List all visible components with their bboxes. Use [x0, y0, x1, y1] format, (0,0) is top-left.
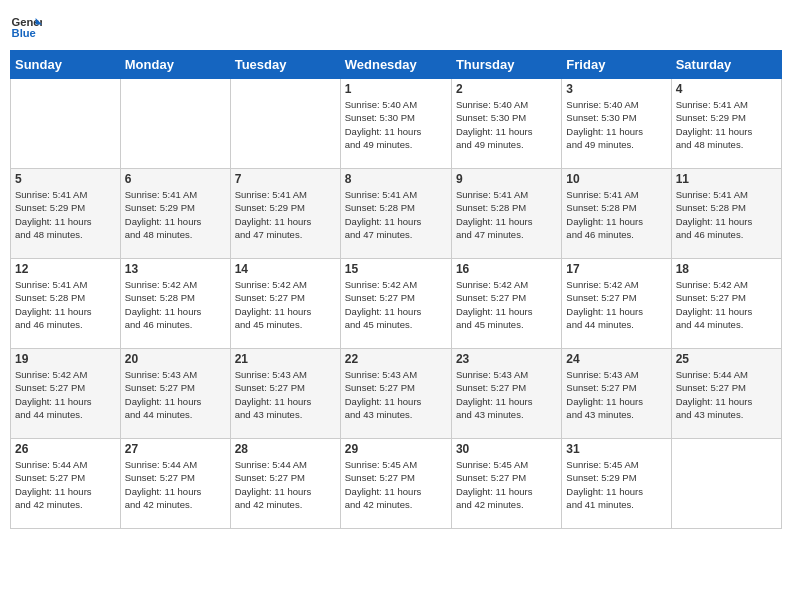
day-number: 3 [566, 82, 666, 96]
day-info: Sunrise: 5:43 AM Sunset: 5:27 PM Dayligh… [345, 368, 447, 421]
day-number: 9 [456, 172, 557, 186]
calendar-cell: 3Sunrise: 5:40 AM Sunset: 5:30 PM Daylig… [562, 79, 671, 169]
logo: General Blue [10, 10, 46, 42]
day-number: 8 [345, 172, 447, 186]
calendar-cell: 7Sunrise: 5:41 AM Sunset: 5:29 PM Daylig… [230, 169, 340, 259]
calendar-cell: 11Sunrise: 5:41 AM Sunset: 5:28 PM Dayli… [671, 169, 781, 259]
calendar-cell: 18Sunrise: 5:42 AM Sunset: 5:27 PM Dayli… [671, 259, 781, 349]
day-info: Sunrise: 5:45 AM Sunset: 5:29 PM Dayligh… [566, 458, 666, 511]
day-info: Sunrise: 5:43 AM Sunset: 5:27 PM Dayligh… [125, 368, 226, 421]
calendar-cell: 14Sunrise: 5:42 AM Sunset: 5:27 PM Dayli… [230, 259, 340, 349]
day-info: Sunrise: 5:41 AM Sunset: 5:28 PM Dayligh… [15, 278, 116, 331]
day-info: Sunrise: 5:40 AM Sunset: 5:30 PM Dayligh… [456, 98, 557, 151]
day-info: Sunrise: 5:44 AM Sunset: 5:27 PM Dayligh… [15, 458, 116, 511]
day-info: Sunrise: 5:42 AM Sunset: 5:27 PM Dayligh… [345, 278, 447, 331]
calendar-cell: 22Sunrise: 5:43 AM Sunset: 5:27 PM Dayli… [340, 349, 451, 439]
day-number: 10 [566, 172, 666, 186]
calendar-cell: 26Sunrise: 5:44 AM Sunset: 5:27 PM Dayli… [11, 439, 121, 529]
calendar-cell: 20Sunrise: 5:43 AM Sunset: 5:27 PM Dayli… [120, 349, 230, 439]
day-number: 26 [15, 442, 116, 456]
day-number: 21 [235, 352, 336, 366]
day-number: 17 [566, 262, 666, 276]
day-info: Sunrise: 5:44 AM Sunset: 5:27 PM Dayligh… [235, 458, 336, 511]
day-info: Sunrise: 5:43 AM Sunset: 5:27 PM Dayligh… [235, 368, 336, 421]
day-info: Sunrise: 5:41 AM Sunset: 5:29 PM Dayligh… [15, 188, 116, 241]
day-info: Sunrise: 5:42 AM Sunset: 5:28 PM Dayligh… [125, 278, 226, 331]
calendar-week-row: 1Sunrise: 5:40 AM Sunset: 5:30 PM Daylig… [11, 79, 782, 169]
calendar-cell: 16Sunrise: 5:42 AM Sunset: 5:27 PM Dayli… [451, 259, 561, 349]
day-number: 18 [676, 262, 777, 276]
day-of-week-header: Tuesday [230, 51, 340, 79]
day-info: Sunrise: 5:45 AM Sunset: 5:27 PM Dayligh… [456, 458, 557, 511]
day-info: Sunrise: 5:43 AM Sunset: 5:27 PM Dayligh… [456, 368, 557, 421]
day-number: 12 [15, 262, 116, 276]
days-of-week-row: SundayMondayTuesdayWednesdayThursdayFrid… [11, 51, 782, 79]
calendar-cell: 28Sunrise: 5:44 AM Sunset: 5:27 PM Dayli… [230, 439, 340, 529]
day-of-week-header: Thursday [451, 51, 561, 79]
calendar-week-row: 5Sunrise: 5:41 AM Sunset: 5:29 PM Daylig… [11, 169, 782, 259]
day-number: 27 [125, 442, 226, 456]
day-number: 19 [15, 352, 116, 366]
day-info: Sunrise: 5:44 AM Sunset: 5:27 PM Dayligh… [125, 458, 226, 511]
day-number: 13 [125, 262, 226, 276]
day-of-week-header: Wednesday [340, 51, 451, 79]
day-number: 25 [676, 352, 777, 366]
day-info: Sunrise: 5:41 AM Sunset: 5:29 PM Dayligh… [235, 188, 336, 241]
logo-icon: General Blue [10, 10, 42, 42]
page-header: General Blue [10, 10, 782, 42]
calendar-cell: 15Sunrise: 5:42 AM Sunset: 5:27 PM Dayli… [340, 259, 451, 349]
calendar-cell: 17Sunrise: 5:42 AM Sunset: 5:27 PM Dayli… [562, 259, 671, 349]
day-info: Sunrise: 5:45 AM Sunset: 5:27 PM Dayligh… [345, 458, 447, 511]
calendar-cell: 9Sunrise: 5:41 AM Sunset: 5:28 PM Daylig… [451, 169, 561, 259]
calendar-cell: 5Sunrise: 5:41 AM Sunset: 5:29 PM Daylig… [11, 169, 121, 259]
day-info: Sunrise: 5:41 AM Sunset: 5:29 PM Dayligh… [676, 98, 777, 151]
day-info: Sunrise: 5:41 AM Sunset: 5:28 PM Dayligh… [566, 188, 666, 241]
calendar-cell [671, 439, 781, 529]
calendar-cell: 10Sunrise: 5:41 AM Sunset: 5:28 PM Dayli… [562, 169, 671, 259]
day-info: Sunrise: 5:43 AM Sunset: 5:27 PM Dayligh… [566, 368, 666, 421]
day-number: 29 [345, 442, 447, 456]
day-number: 5 [15, 172, 116, 186]
day-number: 4 [676, 82, 777, 96]
day-info: Sunrise: 5:40 AM Sunset: 5:30 PM Dayligh… [566, 98, 666, 151]
calendar-table: SundayMondayTuesdayWednesdayThursdayFrid… [10, 50, 782, 529]
day-number: 2 [456, 82, 557, 96]
day-info: Sunrise: 5:42 AM Sunset: 5:27 PM Dayligh… [566, 278, 666, 331]
calendar-week-row: 19Sunrise: 5:42 AM Sunset: 5:27 PM Dayli… [11, 349, 782, 439]
day-info: Sunrise: 5:41 AM Sunset: 5:29 PM Dayligh… [125, 188, 226, 241]
day-number: 30 [456, 442, 557, 456]
calendar-cell: 12Sunrise: 5:41 AM Sunset: 5:28 PM Dayli… [11, 259, 121, 349]
day-info: Sunrise: 5:42 AM Sunset: 5:27 PM Dayligh… [676, 278, 777, 331]
day-info: Sunrise: 5:41 AM Sunset: 5:28 PM Dayligh… [456, 188, 557, 241]
day-number: 15 [345, 262, 447, 276]
day-number: 6 [125, 172, 226, 186]
day-of-week-header: Monday [120, 51, 230, 79]
day-info: Sunrise: 5:42 AM Sunset: 5:27 PM Dayligh… [15, 368, 116, 421]
day-info: Sunrise: 5:40 AM Sunset: 5:30 PM Dayligh… [345, 98, 447, 151]
day-number: 14 [235, 262, 336, 276]
day-number: 31 [566, 442, 666, 456]
day-number: 22 [345, 352, 447, 366]
day-of-week-header: Saturday [671, 51, 781, 79]
calendar-week-row: 12Sunrise: 5:41 AM Sunset: 5:28 PM Dayli… [11, 259, 782, 349]
day-number: 16 [456, 262, 557, 276]
day-number: 24 [566, 352, 666, 366]
day-number: 7 [235, 172, 336, 186]
day-number: 20 [125, 352, 226, 366]
calendar-cell [230, 79, 340, 169]
calendar-cell: 8Sunrise: 5:41 AM Sunset: 5:28 PM Daylig… [340, 169, 451, 259]
svg-text:Blue: Blue [12, 27, 36, 39]
day-info: Sunrise: 5:42 AM Sunset: 5:27 PM Dayligh… [456, 278, 557, 331]
calendar-cell [11, 79, 121, 169]
calendar-week-row: 26Sunrise: 5:44 AM Sunset: 5:27 PM Dayli… [11, 439, 782, 529]
calendar-cell: 31Sunrise: 5:45 AM Sunset: 5:29 PM Dayli… [562, 439, 671, 529]
day-info: Sunrise: 5:41 AM Sunset: 5:28 PM Dayligh… [676, 188, 777, 241]
calendar-cell: 4Sunrise: 5:41 AM Sunset: 5:29 PM Daylig… [671, 79, 781, 169]
calendar-cell: 2Sunrise: 5:40 AM Sunset: 5:30 PM Daylig… [451, 79, 561, 169]
day-number: 28 [235, 442, 336, 456]
day-number: 23 [456, 352, 557, 366]
calendar-cell: 19Sunrise: 5:42 AM Sunset: 5:27 PM Dayli… [11, 349, 121, 439]
calendar-cell: 21Sunrise: 5:43 AM Sunset: 5:27 PM Dayli… [230, 349, 340, 439]
calendar-cell: 23Sunrise: 5:43 AM Sunset: 5:27 PM Dayli… [451, 349, 561, 439]
day-info: Sunrise: 5:42 AM Sunset: 5:27 PM Dayligh… [235, 278, 336, 331]
